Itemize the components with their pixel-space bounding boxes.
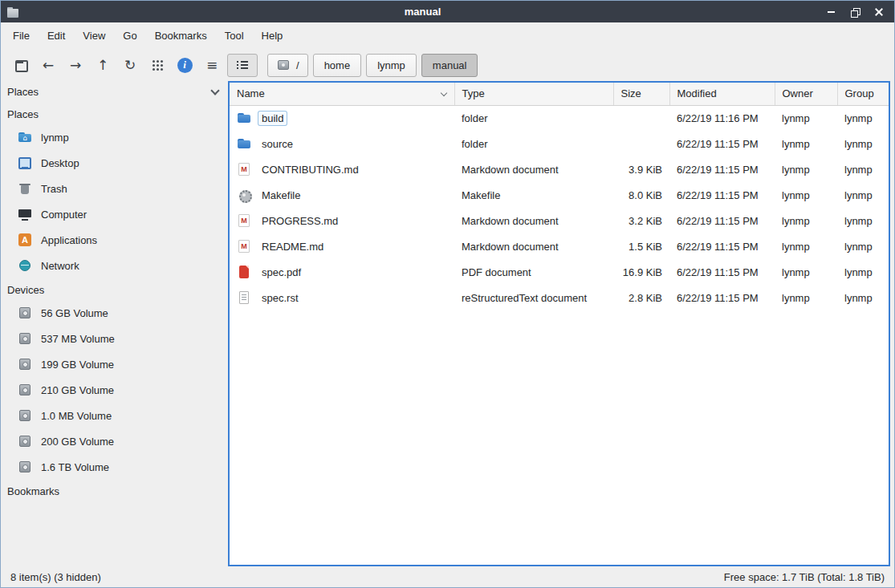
file-name: spec.rst — [258, 291, 302, 305]
sidebar-section-title: Bookmarks — [1, 480, 228, 501]
sidebar-section-title: Places — [1, 103, 228, 124]
sidebar-item-network[interactable]: Network — [1, 253, 228, 278]
sidebar-item-210-gb-volume[interactable]: 210 GB Volume — [1, 377, 228, 403]
close-button[interactable] — [873, 6, 885, 18]
column-header-group[interactable]: Group — [837, 83, 889, 105]
file-row-makefile[interactable]: Makefile Makefile 8.0 KiB 6/22/19 11:15 … — [230, 182, 889, 208]
file-owner: lynmp — [775, 208, 837, 233]
column-header-size[interactable]: Size — [613, 83, 669, 105]
file-type: PDF document — [454, 259, 613, 285]
sidebar-item-computer[interactable]: Computer — [1, 201, 228, 227]
file-row-readme-md[interactable]: README.md Markdown document 1.5 KiB 6/22… — [230, 233, 889, 259]
sidebar-pane-header[interactable]: Places — [1, 81, 228, 103]
new-tab-button[interactable] — [9, 54, 33, 76]
file-list-panel[interactable]: NameTypeSizeModifiedOwnerGroup build fol… — [228, 81, 890, 566]
file-name: README.md — [258, 240, 327, 253]
sidebar-item-56-gb-volume[interactable]: 56 GB Volume — [1, 300, 228, 326]
list-view-icon — [236, 59, 249, 71]
sidebar-item-desktop[interactable]: Desktop — [1, 150, 228, 176]
sidebar-item-1-0-mb-volume[interactable]: 1.0 MB Volume — [1, 403, 228, 428]
sidebar-item-applications[interactable]: Applications — [1, 227, 228, 253]
info-button[interactable]: i — [173, 54, 197, 76]
minimize-button[interactable] — [825, 6, 836, 18]
menu-help[interactable]: Help — [253, 26, 292, 46]
file-group: lynmp — [837, 131, 889, 156]
file-row-spec-pdf[interactable]: spec.pdf PDF document 16.9 KiB 6/22/19 1… — [230, 259, 889, 285]
column-header-owner[interactable]: Owner — [775, 83, 837, 105]
sidebar-item-1-6-tb-volume[interactable]: 1.6 TB Volume — [1, 454, 228, 480]
file-row-build[interactable]: build folder 6/22/19 11:16 PM lynmp lynm… — [230, 105, 889, 131]
menu-tool[interactable]: Tool — [216, 26, 253, 46]
filelist-body: build folder 6/22/19 11:16 PM lynmp lynm… — [230, 105, 889, 310]
icon-view-button[interactable] — [145, 54, 169, 76]
file-name: CONTRIBUTING.md — [258, 163, 362, 176]
volume-icon — [18, 408, 32, 423]
sidebar-pane-title: Places — [7, 86, 39, 98]
menu-file[interactable]: File — [4, 26, 39, 46]
sidebar-item-trash[interactable]: Trash — [1, 176, 228, 201]
sidebar-item-lynmp[interactable]: lynmp — [1, 124, 228, 150]
grid-view-icon — [150, 58, 165, 72]
volume-icon — [18, 434, 32, 448]
file-type: Makefile — [454, 182, 613, 208]
reload-button[interactable]: ↻ — [118, 54, 142, 76]
sidebar-item-199-gb-volume[interactable]: 199 GB Volume — [1, 351, 228, 377]
up-button[interactable]: ↑ — [91, 54, 115, 76]
sort-indicator-icon — [440, 90, 446, 96]
file-owner: lynmp — [775, 233, 837, 259]
column-header-name[interactable]: Name — [230, 83, 454, 105]
file-size: 16.9 KiB — [613, 259, 669, 285]
sidebar-item-label: Desktop — [41, 157, 79, 169]
home-folder-icon — [18, 130, 32, 144]
menu-view[interactable]: View — [74, 26, 114, 46]
volume-icon — [18, 331, 32, 346]
restore-button[interactable] — [849, 6, 860, 18]
markdown-icon — [237, 162, 251, 176]
computer-icon — [18, 207, 32, 221]
sidebar-section-title: Devices — [1, 278, 228, 300]
file-size: 3.9 KiB — [613, 156, 669, 182]
sidebar-section: Places lynmp Desktop Trash Computer Appl… — [1, 103, 228, 278]
path-segment-home[interactable]: home — [313, 54, 362, 77]
menu-edit[interactable]: Edit — [39, 26, 74, 46]
file-name: spec.pdf — [258, 266, 304, 279]
file-manager-window: manual File Edit View Go Bookmarks Tool … — [0, 0, 895, 588]
back-button[interactable]: ← — [36, 54, 60, 76]
menu-bookmarks[interactable]: Bookmarks — [146, 26, 216, 46]
file-size — [613, 131, 669, 156]
file-group: lynmp — [837, 259, 889, 285]
sidebar-item-label: 210 GB Volume — [41, 384, 114, 396]
file-name: Makefile — [258, 189, 303, 202]
sidebar-item-200-gb-volume[interactable]: 200 GB Volume — [1, 428, 228, 454]
main-menu-button[interactable]: ≡ — [200, 54, 224, 76]
file-type: reStructuredText document — [454, 285, 613, 310]
path-segment-manual[interactable]: manual — [421, 54, 478, 77]
file-row-source[interactable]: source folder 6/22/19 11:15 PM lynmp lyn… — [230, 131, 889, 156]
file-group: lynmp — [837, 208, 889, 233]
column-header-type[interactable]: Type — [454, 83, 613, 105]
file-modified: 6/22/19 11:15 PM — [669, 259, 775, 285]
sidebar-item-label: Network — [41, 260, 79, 272]
file-owner: lynmp — [775, 285, 837, 310]
sidebar-item-label: 56 GB Volume — [41, 307, 108, 319]
file-row-progress-md[interactable]: PROGRESS.md Markdown document 3.2 KiB 6/… — [230, 208, 889, 233]
path-segment-lynmp[interactable]: lynmp — [366, 54, 417, 77]
folder-icon — [237, 111, 251, 125]
file-row-contributing-md[interactable]: CONTRIBUTING.md Markdown document 3.9 Ki… — [230, 156, 889, 182]
path-bar: / home lynmp manual — [267, 54, 478, 77]
file-group: lynmp — [837, 233, 889, 259]
list-view-toggle-button[interactable] — [227, 54, 258, 77]
file-size: 2.8 KiB — [613, 285, 669, 310]
forward-button[interactable]: → — [63, 54, 87, 76]
minimize-icon — [828, 11, 835, 13]
file-row-spec-rst[interactable]: spec.rst reStructuredText document 2.8 K… — [230, 285, 889, 310]
path-root-button[interactable]: / — [267, 54, 308, 77]
window-controls — [825, 6, 888, 18]
column-header-modified[interactable]: Modified — [669, 83, 775, 105]
sidebar-item-537-mb-volume[interactable]: 537 MB Volume — [1, 326, 228, 351]
menu-go[interactable]: Go — [114, 26, 145, 46]
file-type: folder — [454, 131, 613, 156]
folder-icon — [237, 136, 251, 151]
file-group: lynmp — [837, 182, 889, 208]
file-owner: lynmp — [775, 131, 837, 156]
